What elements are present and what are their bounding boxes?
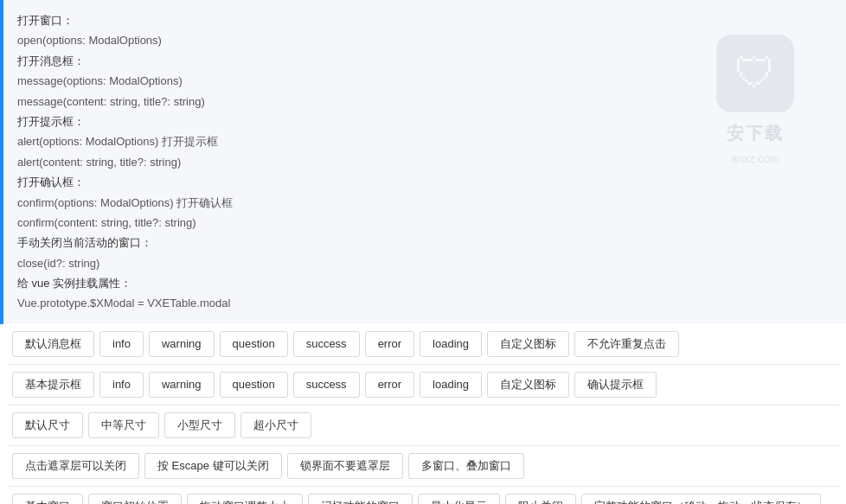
code-line-t3: 打开提示框： [17,112,832,131]
btn-default-msg[interactable]: 默认消息框 [12,331,94,357]
content-area: 打开窗口：open(options: ModalOptions)打开消息框：me… [0,0,846,324]
btn-memory-window[interactable]: 记忆功能的窗口 [308,494,413,504]
btn-default-size[interactable]: 默认尺寸 [12,412,83,438]
code-line-c1: open(options: ModalOptions) [17,30,832,50]
btn-medium-size[interactable]: 中等尺寸 [88,412,159,438]
btn-click-mask-close[interactable]: 点击遮罩层可以关闭 [12,453,139,479]
btn-init-position[interactable]: 窗口初始位置 [88,494,182,504]
btn-basic-alert[interactable]: 基本提示框 [12,372,94,398]
btn-info1[interactable]: info [99,331,144,357]
btn-multi-window[interactable]: 多窗口、叠加窗口 [408,453,524,479]
code-line-c4: alert(options: ModalOptions) 打开提示框 [17,131,832,151]
code-section: 打开窗口：open(options: ModalOptions)打开消息框：me… [3,0,846,324]
btn-question1[interactable]: question [220,331,288,357]
code-line-t4: 打开确认框： [17,172,832,192]
code-line-t5: 手动关闭当前活动的窗口： [17,233,832,252]
code-line-c9: Vue.prototype.$XModal = VXETable.modal [17,293,832,313]
btn-info2[interactable]: info [99,372,144,398]
btn-no-repeat1[interactable]: 不允许重复点击 [574,331,679,357]
btn-question2[interactable]: question [220,372,288,398]
btn-lock-no-mask[interactable]: 锁界面不要遮罩层 [287,453,403,479]
btn-loading1[interactable]: loading [420,331,482,357]
btn-confirm-alert[interactable]: 确认提示框 [574,372,657,398]
button-rows: 默认消息框infowarningquestionsuccesserrorload… [0,324,846,504]
btn-custom-icon2[interactable]: 自定义图标 [487,372,569,398]
btn-basic-window[interactable]: 基本窗口 [12,494,83,504]
code-line-c5: alert(content: string, title?: string) [17,152,832,172]
btn-max-display[interactable]: 最大化显示 [418,494,500,504]
btn-full-feature[interactable]: 完整功能的窗口（移动、拖动、状态保存） [581,494,821,504]
btn-warning1[interactable]: warning [149,331,215,357]
code-line-c6: confirm(options: ModalOptions) 打开确认框 [17,193,832,213]
row1: 默认消息框infowarningquestionsuccesserrorload… [7,324,839,365]
code-line-c8: close(id?: string) [17,253,832,273]
code-line-t2: 打开消息框： [17,51,832,71]
btn-warning2[interactable]: warning [149,372,215,398]
btn-stop-close[interactable]: 阻止关闭 [505,494,576,504]
btn-error2[interactable]: error [365,372,414,398]
code-line-t1: 打开窗口： [17,10,832,30]
row2: 基本提示框infowarningquestionsuccesserrorload… [7,365,839,405]
btn-loading2[interactable]: loading [420,372,482,398]
btn-success1[interactable]: success [293,331,360,357]
code-line-c3: message(content: string, title?: string) [17,92,832,112]
btn-success2[interactable]: success [293,372,360,398]
row5: 基本窗口窗口初始位置拖动窗口调整大小记忆功能的窗口最大化显示阻止关闭完整功能的窗… [7,487,839,504]
row3: 默认尺寸中等尺寸小型尺寸超小尺寸 [7,405,839,446]
btn-drag-resize[interactable]: 拖动窗口调整大小 [187,494,303,504]
btn-escape-close[interactable]: 按 Escape 键可以关闭 [144,453,282,479]
row4: 点击遮罩层可以关闭按 Escape 键可以关闭锁界面不要遮罩层多窗口、叠加窗口 [7,446,839,487]
btn-small-size[interactable]: 小型尺寸 [164,412,235,438]
btn-error1[interactable]: error [365,331,414,357]
code-line-c7: confirm(content: string, title?: string) [17,213,832,233]
code-line-c2: message(options: ModalOptions) [17,71,832,91]
code-line-t6: 给 vue 实例挂载属性： [17,273,832,293]
btn-custom-icon1[interactable]: 自定义图标 [487,331,569,357]
btn-mini-size[interactable]: 超小尺寸 [240,412,311,438]
